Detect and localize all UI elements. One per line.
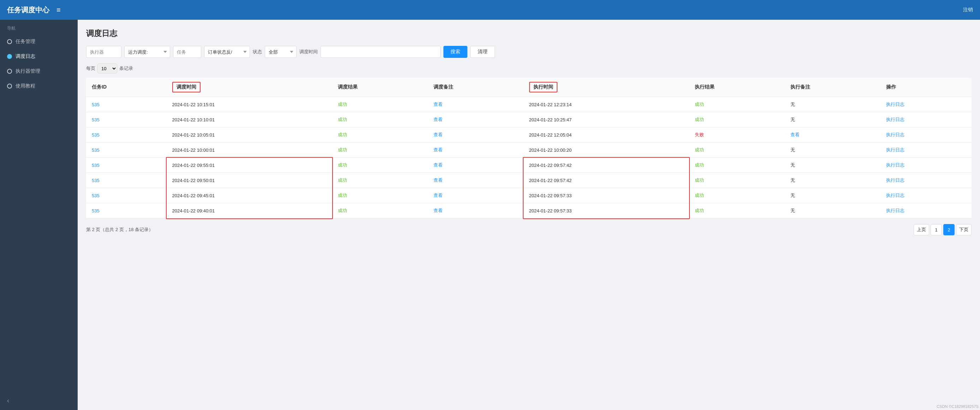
cell-exec-time: 2024-01-22 10:00:20 <box>523 143 689 158</box>
sidebar-item-label: 任务管理 <box>16 38 35 45</box>
sidebar-item-schedule-log[interactable]: 调度日志 <box>0 49 78 64</box>
cell-schedule-result: 成功 <box>332 188 428 203</box>
pagination-area: 第 2 页（总共 2 页，18 条记录） 上页 1 2 下页 <box>86 224 972 235</box>
cell-schedule-time: 2024-01-22 09:40:01 <box>167 203 332 218</box>
cell-action[interactable]: 执行日志 <box>880 173 972 188</box>
cell-exec-note: 无 <box>785 97 880 112</box>
table-row: 535 2024-01-22 10:05:01 成功 查看 2024-01-22… <box>86 127 972 143</box>
cell-action[interactable]: 执行日志 <box>880 158 972 173</box>
cell-exec-result: 成功 <box>689 188 785 203</box>
task-input[interactable] <box>173 46 201 58</box>
cell-schedule-result: 成功 <box>332 97 428 112</box>
cell-exec-note: 无 <box>785 112 880 127</box>
table-row: 535 2024-01-22 09:55:01 成功 查看 2024-01-22… <box>86 158 972 173</box>
cell-schedule-time: 2024-01-22 09:55:01 <box>167 158 332 173</box>
schedule-log-icon <box>7 54 12 59</box>
cell-schedule-result: 成功 <box>332 203 428 218</box>
search-button[interactable]: 搜索 <box>444 46 468 58</box>
exec-time-header-label: 执行时间 <box>529 82 557 92</box>
status-select[interactable]: 全部 成功 失败 <box>265 46 296 58</box>
cell-task-id[interactable]: 535 <box>86 203 167 218</box>
watermark: CSDN ©C1829818257S <box>937 404 978 408</box>
dispatch-type-select[interactable]: 运力调度: <box>124 46 170 58</box>
cell-exec-note[interactable]: 查看 <box>785 127 880 143</box>
schedule-time-input[interactable]: 2024-01-22 09:40:00 - 2024-01-22 11:10:0… <box>321 46 441 58</box>
per-page-label-before: 每页 <box>86 65 95 72</box>
cell-action[interactable]: 执行日志 <box>880 127 972 143</box>
sidebar-item-task-management[interactable]: 任务管理 <box>0 34 78 49</box>
next-page-btn[interactable]: 下页 <box>956 224 972 235</box>
sidebar-item-label: 使用教程 <box>16 83 35 89</box>
page-btn-2[interactable]: 2 <box>943 224 955 235</box>
cell-schedule-note[interactable]: 查看 <box>428 158 523 173</box>
sidebar-item-executor-management[interactable]: 执行器管理 <box>0 64 78 79</box>
col-header-schedule-result: 调度结果 <box>332 78 428 97</box>
cell-schedule-time: 2024-01-22 10:10:01 <box>167 112 332 127</box>
cell-exec-note: 无 <box>785 158 880 173</box>
task-management-icon <box>7 39 12 44</box>
sidebar: 导航 任务管理 调度日志 执行器管理 使用教程 ‹ <box>0 20 78 410</box>
cell-task-id[interactable]: 535 <box>86 112 167 127</box>
pagination-info: 第 2 页（总共 2 页，18 条记录） <box>86 227 153 233</box>
page-title: 调度日志 <box>86 28 972 39</box>
table-row: 535 2024-01-22 10:00:01 成功 查看 2024-01-22… <box>86 143 972 158</box>
page-btn-1[interactable]: 1 <box>931 224 942 235</box>
per-page-label-after: 条记录 <box>119 65 133 72</box>
cell-schedule-note[interactable]: 查看 <box>428 97 523 112</box>
cell-task-id[interactable]: 535 <box>86 127 167 143</box>
sidebar-collapse-btn[interactable]: ‹ <box>0 391 78 410</box>
executor-management-icon <box>7 69 12 74</box>
cell-schedule-result: 成功 <box>332 112 428 127</box>
main-content: 调度日志 运力调度: 订单状态反/ 状态 全部 成功 失败 调度时间 2024-… <box>78 20 980 410</box>
order-status-select[interactable]: 订单状态反/ <box>204 46 250 58</box>
cell-schedule-note[interactable]: 查看 <box>428 112 523 127</box>
col-header-schedule-time: 调度时间 <box>167 78 332 97</box>
cell-schedule-result: 成功 <box>332 143 428 158</box>
cell-action[interactable]: 执行日志 <box>880 143 972 158</box>
clear-button[interactable]: 清理 <box>470 46 495 58</box>
table-row: 535 2024-01-22 10:10:01 成功 查看 2024-01-22… <box>86 112 972 127</box>
header: 任务调度中心 ≡ 注销 <box>0 0 980 20</box>
cell-task-id[interactable]: 535 <box>86 188 167 203</box>
cell-exec-note: 无 <box>785 203 880 218</box>
cell-schedule-note[interactable]: 查看 <box>428 127 523 143</box>
cell-schedule-note[interactable]: 查看 <box>428 173 523 188</box>
table-row: 535 2024-01-22 10:15:01 成功 查看 2024-01-22… <box>86 97 972 112</box>
cell-task-id[interactable]: 535 <box>86 173 167 188</box>
cell-task-id[interactable]: 535 <box>86 97 167 112</box>
cell-schedule-result: 成功 <box>332 173 428 188</box>
cell-schedule-note[interactable]: 查看 <box>428 143 523 158</box>
cell-action[interactable]: 执行日志 <box>880 203 972 218</box>
per-page-select[interactable]: 10 20 50 100 <box>97 64 117 73</box>
cell-task-id[interactable]: 535 <box>86 143 167 158</box>
table-row: 535 2024-01-22 09:45:01 成功 查看 2024-01-22… <box>86 188 972 203</box>
table-header-row: 任务ID 调度时间 调度结果 调度备注 执行时间 执行结果 执行备注 操作 <box>86 78 972 97</box>
cell-exec-time: 2024-01-22 12:05:04 <box>523 127 689 143</box>
cell-task-id[interactable]: 535 <box>86 158 167 173</box>
col-header-exec-result: 执行结果 <box>689 78 785 97</box>
executor-input[interactable] <box>86 46 121 58</box>
schedule-time-header-label: 调度时间 <box>172 82 200 92</box>
cell-action[interactable]: 执行日志 <box>880 97 972 112</box>
cell-action[interactable]: 执行日志 <box>880 112 972 127</box>
prev-page-btn[interactable]: 上页 <box>914 224 929 235</box>
cell-schedule-result: 成功 <box>332 158 428 173</box>
cell-action[interactable]: 执行日志 <box>880 188 972 203</box>
cell-exec-result: 成功 <box>689 143 785 158</box>
schedule-time-label: 调度时间 <box>299 49 318 55</box>
col-header-exec-time: 执行时间 <box>523 78 689 97</box>
menu-icon[interactable]: ≡ <box>56 6 61 14</box>
schedule-log-table: 任务ID 调度时间 调度结果 调度备注 执行时间 执行结果 执行备注 操作 <box>86 78 972 218</box>
cell-exec-note: 无 <box>785 173 880 188</box>
header-logout[interactable]: 注销 <box>963 7 973 13</box>
cell-schedule-note[interactable]: 查看 <box>428 188 523 203</box>
sidebar-item-label: 执行器管理 <box>16 68 40 75</box>
nav-label: 导航 <box>0 20 78 34</box>
sidebar-item-usage-guide[interactable]: 使用教程 <box>0 79 78 94</box>
cell-exec-time: 2024-01-22 09:57:42 <box>523 173 689 188</box>
table-container: 任务ID 调度时间 调度结果 调度备注 执行时间 执行结果 执行备注 操作 <box>86 78 972 218</box>
cell-exec-note: 无 <box>785 143 880 158</box>
cell-schedule-note[interactable]: 查看 <box>428 203 523 218</box>
table-row: 535 2024-01-22 09:40:01 成功 查看 2024-01-22… <box>86 203 972 218</box>
cell-exec-result: 成功 <box>689 97 785 112</box>
